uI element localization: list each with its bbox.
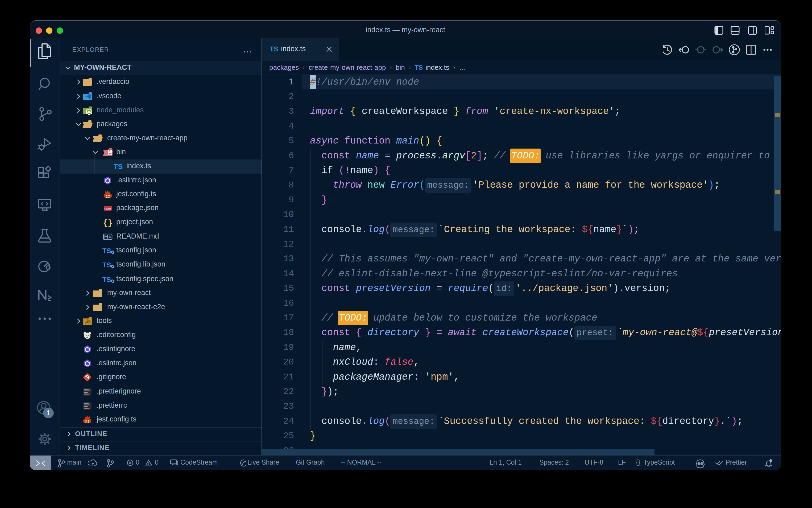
svg-text:npm: npm (104, 207, 111, 210)
svg-text:TS: TS (102, 261, 111, 269)
svg-text:TS: TS (102, 276, 111, 284)
svg-text:{}: {} (103, 219, 112, 228)
svg-text:TS: TS (102, 247, 111, 255)
svg-text:1: 1 (46, 409, 50, 417)
svg-text:TS: TS (113, 163, 123, 171)
svg-text:10: 10 (109, 153, 112, 155)
svg-text:JS: JS (87, 110, 91, 114)
